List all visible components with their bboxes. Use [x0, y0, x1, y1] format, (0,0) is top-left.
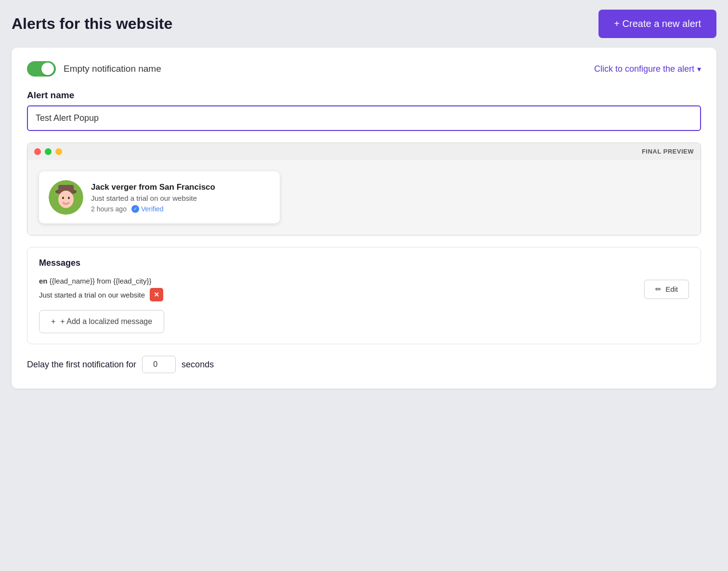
delay-label-before: Delay the first notification for: [27, 360, 136, 370]
message-template: {{lead_name}} from {{lead_city}}: [50, 277, 152, 285]
avatar: [49, 180, 83, 215]
pencil-icon: ✏: [655, 285, 662, 294]
message-line-1: en {{lead_name}} from {{lead_city}}: [39, 277, 635, 285]
message-content: en {{lead_name}} from {{lead_city}} Just…: [39, 277, 635, 301]
delay-label-after: seconds: [182, 360, 214, 370]
active-toggle[interactable]: [27, 61, 56, 77]
alert-name-input[interactable]: [27, 105, 701, 131]
chevron-down-icon: ▾: [697, 65, 701, 74]
toggle-left: Empty notification name: [27, 61, 161, 77]
lang-code: en: [39, 277, 48, 285]
preview-label: FINAL PREVIEW: [642, 148, 694, 155]
messages-title: Messages: [39, 258, 689, 268]
verified-badge: ✓ Verified: [131, 205, 164, 213]
create-alert-button[interactable]: + Create a new alert: [598, 10, 716, 38]
notification-card: Jack verger from San Francisco Just star…: [39, 171, 280, 223]
notification-meta: 2 hours ago ✓ Verified: [91, 205, 215, 213]
message-line-2: Just started a trial on our website ✕: [39, 288, 635, 301]
alert-name-label: Alert name: [27, 90, 701, 101]
plus-icon: +: [51, 317, 55, 326]
toggle-row: Empty notification name Click to configu…: [27, 61, 701, 77]
notification-name-label: Empty notification name: [64, 64, 161, 74]
verified-text: Verified: [141, 205, 164, 213]
toggle-slider: [27, 61, 56, 77]
configure-link-text: Click to configure the alert: [594, 64, 694, 74]
browser-dots: [34, 148, 62, 155]
messages-section: Messages en {{lead_name}} from {{lead_ci…: [27, 247, 701, 344]
notification-text: Jack verger from San Francisco Just star…: [91, 182, 215, 213]
configure-alert-link[interactable]: Click to configure the alert ▾: [594, 64, 701, 74]
svg-point-3: [58, 191, 74, 208]
person-name: Jack verger from San Francisco: [91, 182, 215, 192]
delay-row: Delay the first notification for seconds: [27, 356, 701, 373]
preview-sub-text: Just started a trial on our website: [91, 194, 215, 202]
svg-point-5: [68, 197, 70, 199]
delete-message-button[interactable]: ✕: [150, 288, 163, 301]
page-title: Alerts for this website: [12, 15, 172, 33]
browser-preview: FINAL PREVIEW: [27, 143, 701, 235]
edit-message-button[interactable]: ✏ Edit: [644, 280, 689, 299]
verified-check-icon: ✓: [131, 205, 139, 213]
browser-bar: FINAL PREVIEW: [27, 143, 701, 160]
delay-seconds-input[interactable]: [142, 356, 176, 373]
dot-green: [45, 148, 52, 155]
browser-content: Jack verger from San Francisco Just star…: [27, 160, 701, 235]
message-row: en {{lead_name}} from {{lead_city}} Just…: [39, 277, 689, 301]
avatar-image: [49, 180, 83, 215]
page-header: Alerts for this website + Create a new a…: [12, 10, 716, 38]
add-localized-label: + Add a localized message: [60, 317, 152, 326]
svg-point-4: [62, 197, 64, 199]
alert-config-card: Empty notification name Click to configu…: [12, 48, 716, 389]
edit-btn-label: Edit: [665, 285, 678, 293]
add-localized-message-button[interactable]: + + Add a localized message: [39, 310, 164, 333]
dot-red: [34, 148, 41, 155]
time-ago: 2 hours ago: [91, 205, 127, 213]
dot-yellow: [55, 148, 62, 155]
message-body: Just started a trial on our website: [39, 291, 145, 299]
